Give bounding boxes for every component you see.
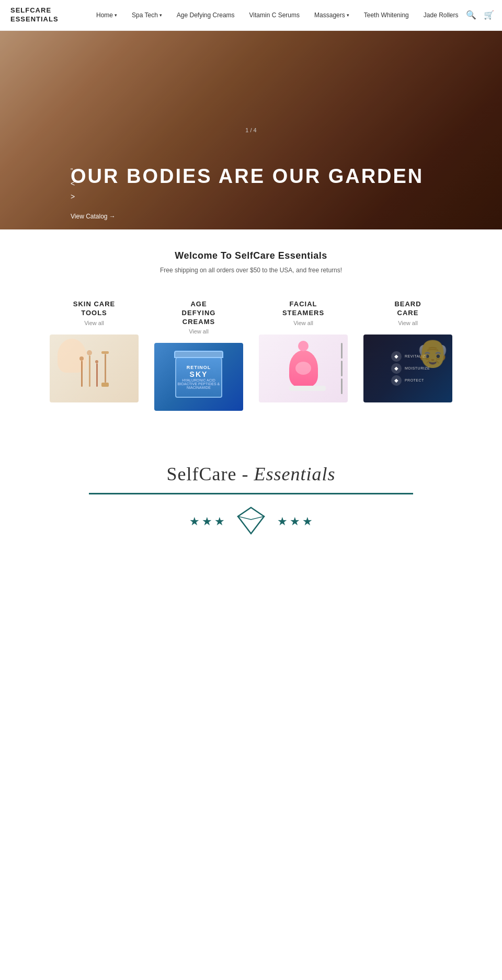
beard-icon-2: ◆ <box>391 363 402 374</box>
hero-controls: " < > <box>71 166 75 203</box>
main-nav: Home▾Spa Tech▾Age Defying CreamsVitamin … <box>78 9 466 21</box>
category-age-defying: AGEDEFYINGCREAMS View all RETINOL SKY HY… <box>146 300 251 411</box>
tool-1-stick <box>81 361 83 387</box>
brand-stars-row: ★ ★ ★ ★ ★ ★ <box>189 505 313 538</box>
retinol-name-text: SKY <box>190 370 208 378</box>
star-2: ★ <box>202 515 212 528</box>
steamer-stick-1 <box>341 343 343 359</box>
tool-1-head <box>79 356 84 361</box>
category-age-link[interactable]: View all <box>189 328 209 335</box>
nav-item-teeth-whitening[interactable]: Teeth Whitening <box>357 9 416 21</box>
retinol-sub2-text: BIOACTIVE PEPTIDES & NIACINAMIDE <box>176 382 221 389</box>
brand-banner-title: SelfCare - Essentials <box>167 463 336 485</box>
cart-icon[interactable]: 🛒 <box>484 10 494 20</box>
steamer-body <box>289 350 318 387</box>
category-steamers-title: FACIALSTEAMERS <box>282 300 324 318</box>
chevron-icon-0: ▾ <box>115 13 117 18</box>
tool-2-stick <box>89 355 90 387</box>
tool-3 <box>95 360 98 387</box>
steamer-stick-2 <box>341 361 343 376</box>
tool-2-head <box>87 350 92 355</box>
category-age-image[interactable]: RETINOL SKY HYALURONIC ACID BIOACTIVE PE… <box>154 343 243 411</box>
retinol-lid <box>174 351 223 358</box>
chevron-icon-4: ▾ <box>347 13 349 18</box>
retinol-brand-text: RETINOL <box>187 365 211 370</box>
hero-pause-button[interactable]: " <box>71 166 75 177</box>
category-beard-title: BEARDCARE <box>394 300 421 318</box>
welcome-subtitle: Free shipping on all orders over $50 to … <box>10 267 492 274</box>
category-steamers-image[interactable] <box>259 335 348 402</box>
svg-marker-1 <box>238 508 264 520</box>
steamer-tools <box>341 343 343 394</box>
hero-next-button[interactable]: > <box>71 191 75 203</box>
beard-image-container: 👴 ◆ REVITALIZE ◆ MOISTURIZE ◆ PROTECT <box>363 335 452 402</box>
beard-man-icon: 👴 <box>416 337 450 369</box>
star-1: ★ <box>189 515 200 528</box>
logo-line2: ESSENTIALS <box>10 15 78 24</box>
beard-icon-1: ◆ <box>391 351 402 362</box>
stars-right: ★ ★ ★ <box>277 515 313 528</box>
category-beard-care: BEARDCARE View all 👴 ◆ REVITALIZE ◆ MOIS… <box>356 300 460 411</box>
hero-banner: 1 / 4 OUR BODIES ARE OUR GARDEN " < > Vi… <box>0 31 502 229</box>
retinol-jar: RETINOL SKY HYALURONIC ACID BIOACTIVE PE… <box>175 356 222 398</box>
hero-prev-button[interactable]: < <box>71 178 75 190</box>
star-4: ★ <box>277 515 288 528</box>
steamer-window <box>295 362 311 375</box>
logo[interactable]: SELFCARE ESSENTIALS <box>10 6 78 24</box>
category-beard-image[interactable]: 👴 ◆ REVITALIZE ◆ MOISTURIZE ◆ PROTECT <box>363 335 452 402</box>
nav-item-home[interactable]: Home▾ <box>89 9 124 21</box>
tool-3-stick <box>96 363 98 387</box>
nav-item-massagers[interactable]: Massagers▾ <box>307 9 357 21</box>
tool-3-head <box>95 360 98 363</box>
hero-content: OUR BODIES ARE OUR GARDEN <box>71 166 502 188</box>
tool-2 <box>87 350 92 387</box>
beard-row-protect: ◆ PROTECT <box>391 375 424 386</box>
category-skincare-link[interactable]: View all <box>84 320 104 326</box>
chevron-icon-1: ▾ <box>159 13 162 18</box>
hero-slide-counter: 1 / 4 <box>245 127 256 133</box>
steamer-nozzle <box>298 341 309 351</box>
tool-4-fork <box>101 383 109 387</box>
diamond-svg <box>235 505 267 536</box>
search-icon[interactable]: 🔍 <box>466 10 476 20</box>
nav-item-spa-tech[interactable]: Spa Tech▾ <box>124 9 169 21</box>
category-age-title: AGEDEFYINGCREAMS <box>182 300 216 327</box>
beard-icon-3: ◆ <box>391 375 402 386</box>
nav-item-age-defying-creams[interactable]: Age Defying Creams <box>169 9 242 21</box>
header-icons: 🔍 🛒 <box>466 10 494 20</box>
nav-item-vitamin-c-serums[interactable]: Vitamin C Serums <box>242 9 307 21</box>
category-facial-steamers: FACIALSTEAMERS View all <box>251 300 356 411</box>
tool-4-head <box>101 351 109 354</box>
diamond-icon-container <box>235 505 267 538</box>
star-3: ★ <box>214 515 225 528</box>
star-5: ★ <box>290 515 300 528</box>
header: SELFCARE ESSENTIALS Home▾Spa Tech▾Age De… <box>0 0 502 31</box>
welcome-title: Welcome To SelfCare Essentials <box>10 250 492 261</box>
tool-4-stick <box>105 354 106 383</box>
hero-catalog-link[interactable]: View Catalog → <box>71 213 116 220</box>
tools-group <box>79 350 109 387</box>
category-skincare-tools: SKIN CARETOOLS View all <box>42 300 146 411</box>
star-6: ★ <box>302 515 313 528</box>
beard-label-3: PROTECT <box>405 378 424 382</box>
retinol-sub-text: HYALURONIC ACID <box>182 378 215 382</box>
welcome-section: Welcome To SelfCare Essentials Free ship… <box>0 229 502 284</box>
categories-section: SKIN CARETOOLS View all <box>0 284 502 427</box>
category-skincare-image[interactable] <box>50 335 139 402</box>
footer-space <box>0 575 502 679</box>
steamer-base <box>289 386 326 391</box>
tool-4 <box>101 351 109 387</box>
brand-banner-line <box>89 493 413 494</box>
category-skincare-title: SKIN CARETOOLS <box>73 300 116 318</box>
logo-line1: SELFCARE <box>10 6 78 15</box>
svg-marker-0 <box>238 508 264 534</box>
tool-1 <box>79 356 84 387</box>
stars-left: ★ ★ ★ <box>189 515 225 528</box>
steamer-assembly <box>289 350 318 387</box>
brand-banner: SelfCare - Essentials ★ ★ ★ ★ ★ ★ <box>68 447 434 559</box>
steamer-stick-3 <box>341 378 343 394</box>
category-steamers-link[interactable]: View all <box>293 320 313 326</box>
hero-title: OUR BODIES ARE OUR GARDEN <box>71 166 502 188</box>
category-beard-link[interactable]: View all <box>398 320 418 326</box>
nav-item-jade-rollers[interactable]: Jade Rollers <box>416 9 466 21</box>
